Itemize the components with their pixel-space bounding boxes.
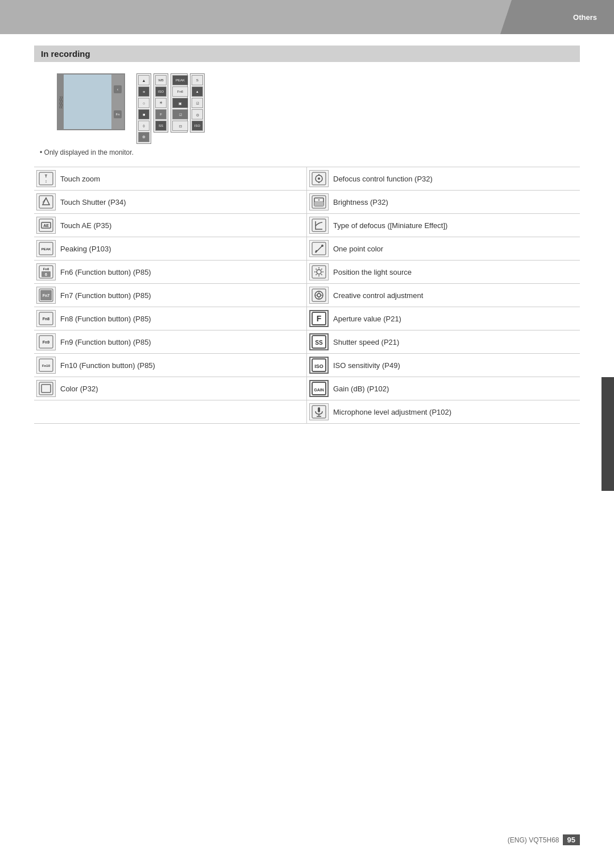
- svg-line-35: [316, 269, 317, 270]
- icon-creative-ctrl: [309, 287, 329, 304]
- icon-aperture: F: [309, 310, 329, 327]
- screen-main-area: [64, 75, 111, 129]
- tab-label: Others: [573, 13, 597, 22]
- camera-screen-mockup: ≈≈≈ ‹ Fn: [57, 73, 125, 130]
- svg-point-5: [318, 177, 320, 180]
- label-iso: ISO sensitivity (P49): [333, 361, 400, 370]
- icon-color: [36, 380, 56, 397]
- svg-text:GAIN: GAIN: [314, 388, 324, 392]
- label-touch-shutter: Touch Shutter (P34): [60, 198, 126, 206]
- icon-brightness: +: [309, 193, 329, 210]
- svg-text:ISO: ISO: [314, 363, 323, 369]
- icon-defocus-ctrl: [309, 170, 329, 187]
- row-aperture: F Aperture value (P21): [307, 307, 580, 330]
- row-touch-shutter: Touch Shutter (P34): [34, 191, 307, 214]
- icon-touch-shutter: [36, 193, 56, 210]
- panel-icon-2c: ☀: [155, 98, 167, 108]
- svg-text:F: F: [317, 314, 322, 323]
- panel-icon-3b: Fn6: [172, 86, 188, 97]
- screen-right-buttons: ‹ Fn: [111, 75, 124, 129]
- icon-defocus-type: [309, 217, 329, 234]
- svg-text:Fn9: Fn9: [43, 340, 50, 344]
- label-touch-ae: Touch AE (P35): [60, 221, 111, 230]
- row-touch-zoom: T ↕ Touch zoom: [34, 167, 307, 191]
- panel-icon-2b: ISO: [155, 86, 167, 97]
- camera-images: ≈≈≈ ‹ Fn ▲ ≡ ○ ■ ◊ ⊕ WB ISO ☀: [34, 73, 580, 144]
- svg-text:Fn7: Fn7: [43, 294, 50, 297]
- label-brightness: Brightness (P32): [333, 198, 388, 206]
- label-fn6: Fn6 (Function button) (P85): [60, 268, 151, 276]
- panel-col-2: WB ISO ☀ F SS: [154, 73, 168, 133]
- row-iso: ISO ISO sensitivity (P49): [307, 354, 580, 377]
- svg-text:Fn8: Fn8: [43, 317, 50, 321]
- label-fn10: Fn10 (Function button) (P85): [60, 361, 155, 370]
- row-fn9: Fn9 Fn9 (Function button) (P85): [34, 330, 307, 354]
- label-color: Color (P32): [60, 385, 98, 393]
- tab-others: Others: [500, 0, 614, 34]
- row-fn6: Fn6 6 Fn6 (Function button) (P85): [34, 261, 307, 284]
- row-shutter-speed: SS Shutter speed (P21): [307, 330, 580, 354]
- panel-icon-1a: ▲: [138, 75, 150, 85]
- row-creative-ctrl: Creative control adjustment: [307, 284, 580, 307]
- panel-icon-1b: ≡: [138, 86, 150, 97]
- svg-line-36: [321, 274, 322, 275]
- label-touch-zoom: Touch zoom: [60, 175, 100, 183]
- panel-icon-2e: SS: [155, 121, 167, 131]
- right-accent-bar: [601, 377, 614, 491]
- icon-gain: GAIN: [309, 380, 329, 397]
- panel-icon-3c: ▣: [172, 98, 188, 108]
- note-text: Only displayed in the monitor.: [34, 148, 580, 156]
- svg-line-38: [316, 274, 317, 275]
- panel-icon-4e: ISO: [192, 121, 203, 131]
- side-panels-mockup: ▲ ≡ ○ ■ ◊ ⊕ WB ISO ☀ F SS PEAK Fn6 ▣ ☑: [136, 73, 205, 144]
- label-fn7: Fn7 (Function button) (P85): [60, 291, 151, 300]
- svg-rect-66: [318, 407, 320, 412]
- screen-btn-1: ‹: [114, 85, 122, 93]
- icon-fn10: Fn10: [36, 357, 56, 374]
- icon-mic-level: [309, 403, 329, 420]
- row-light-source: Position the light source: [307, 261, 580, 284]
- label-mic-level: Microphone level adjustment (P102): [333, 408, 451, 416]
- icon-touch-ae: AE: [36, 217, 56, 234]
- panel-icon-2d: F: [155, 109, 167, 119]
- icon-fn8: Fn8: [36, 310, 56, 327]
- svg-text:Fn10: Fn10: [42, 364, 51, 367]
- row-peaking: PEAK Peaking (P103): [34, 237, 307, 261]
- svg-text:T: T: [45, 174, 48, 178]
- icon-table: T ↕ Touch zoom Defocus control function …: [34, 167, 580, 424]
- screen-btn-fn: Fn: [114, 110, 122, 118]
- icon-peaking: PEAK: [36, 240, 56, 257]
- screen-left-bar: ≈≈≈: [58, 75, 64, 129]
- label-defocus-type: Type of defocus ([Miniature Effect]): [333, 221, 447, 230]
- row-mic-level: Microphone level adjustment (P102): [307, 400, 580, 424]
- row-defocus-type: Type of defocus ([Miniature Effect]): [307, 214, 580, 237]
- panel-col-4: S ▲ ☑ ◎ ISO: [190, 73, 205, 133]
- label-fn9: Fn9 (Function button) (P85): [60, 338, 151, 346]
- panel-icon-1c: ○: [138, 98, 150, 108]
- label-gain: Gain (dB) (P102): [333, 385, 389, 393]
- row-color: Color (P32): [34, 377, 307, 400]
- svg-text:6: 6: [45, 272, 47, 276]
- icon-fn7: Fn7: [36, 287, 56, 304]
- panel-icon-3a: PEAK: [172, 75, 188, 85]
- row-fn10: Fn10 Fn10 (Function button) (P85): [34, 354, 307, 377]
- main-content: In recording ≈≈≈ ‹ Fn ▲ ≡ ○ ■ ◊ ⊕: [0, 34, 614, 447]
- panel-icon-4a: S: [192, 75, 203, 85]
- row-touch-ae: AE Touch AE (P35): [34, 214, 307, 237]
- panel-col-1: ▲ ≡ ○ ■ ◊ ⊕: [136, 73, 151, 144]
- row-one-point-color: One point color: [307, 237, 580, 261]
- svg-rect-13: [314, 202, 323, 206]
- row-defocus-ctrl: Defocus control function (P32): [307, 167, 580, 191]
- svg-line-37: [321, 269, 322, 270]
- row-fn8: Fn8 Fn8 (Function button) (P85): [34, 307, 307, 330]
- section-header: In recording: [34, 46, 580, 62]
- icon-fn9: Fn9: [36, 333, 56, 350]
- top-banner: Others: [0, 0, 614, 34]
- panel-icon-4b: ▲: [192, 86, 203, 97]
- row-gain: GAIN Gain (dB) (P102): [307, 377, 580, 400]
- svg-text:↕: ↕: [45, 179, 47, 183]
- svg-text:SS: SS: [315, 340, 323, 346]
- icon-fn6: Fn6 6: [36, 263, 56, 280]
- svg-point-24: [321, 245, 323, 247]
- panel-col-3: PEAK Fn6 ▣ ☑ ⊡: [171, 73, 188, 133]
